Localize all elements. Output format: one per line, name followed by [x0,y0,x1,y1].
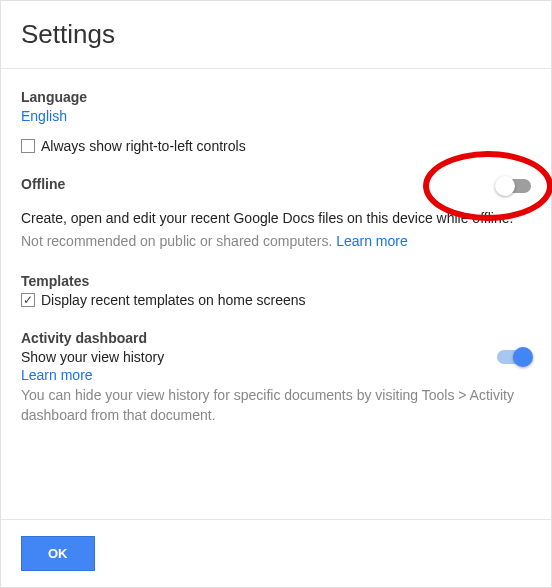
activity-row: Show your view history [21,349,531,365]
templates-checkbox[interactable] [21,293,35,307]
offline-learn-more-link[interactable]: Learn more [336,233,408,249]
dialog-content: Language English Always show right-to-le… [1,69,551,435]
ok-button[interactable]: OK [21,536,95,571]
activity-label: Activity dashboard [21,330,531,346]
activity-section: Activity dashboard Show your view histor… [21,330,531,425]
dialog-footer: OK [1,519,551,587]
toggle-knob-icon [513,347,533,367]
dialog-header: Settings [1,1,551,69]
activity-note: You can hide your view history for speci… [21,386,531,425]
language-section: Language English Always show right-to-le… [21,89,531,154]
templates-checkbox-label: Display recent templates on home screens [41,292,306,308]
language-value-link[interactable]: English [21,108,531,124]
templates-section: Templates Display recent templates on ho… [21,273,531,308]
settings-dialog: Settings Language English Always show ri… [0,0,552,588]
templates-row: Display recent templates on home screens [21,292,531,308]
rtl-row: Always show right-to-left controls [21,138,531,154]
offline-description: Create, open and edit your recent Google… [21,209,531,229]
toggle-knob-icon [495,176,515,196]
rtl-checkbox-label: Always show right-to-left controls [41,138,246,154]
offline-label: Offline [21,176,65,192]
activity-toggle[interactable] [497,350,531,364]
offline-note-row: Not recommended on public or shared comp… [21,232,531,252]
offline-row: Offline [21,176,531,195]
offline-toggle[interactable] [497,179,531,193]
activity-subtitle: Show your view history [21,349,164,365]
page-title: Settings [21,19,531,50]
templates-label: Templates [21,273,531,289]
language-label: Language [21,89,531,105]
rtl-checkbox[interactable] [21,139,35,153]
activity-learn-more-link[interactable]: Learn more [21,367,531,383]
offline-note: Not recommended on public or shared comp… [21,233,332,249]
